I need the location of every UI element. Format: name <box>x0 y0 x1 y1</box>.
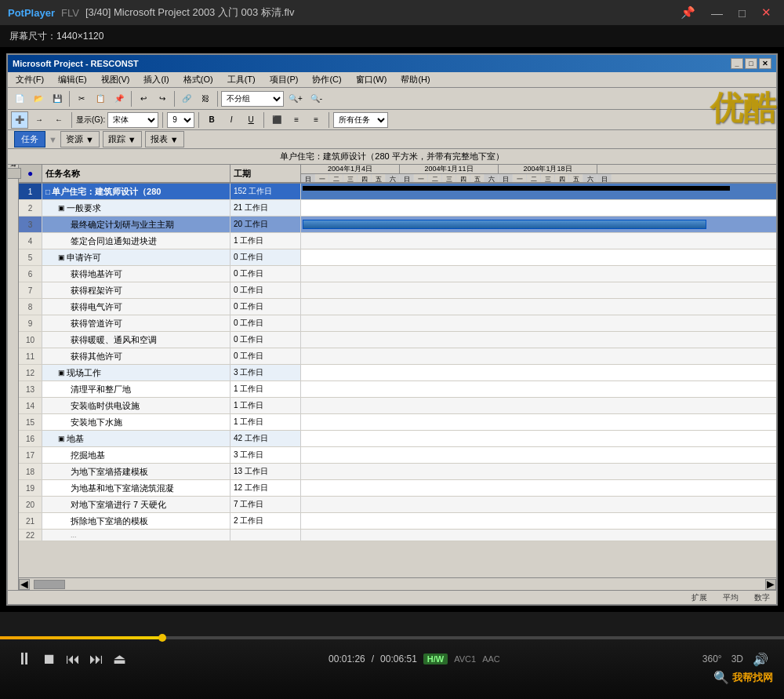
scroll-right-btn[interactable]: ► <box>765 579 776 590</box>
tb2-bold[interactable]: B <box>203 111 220 129</box>
table-row[interactable]: 6 获得地基许可 0 工作日 <box>19 266 776 282</box>
table-row[interactable]: 10 获得暖暖、通风和空调 0 工作日 <box>19 332 776 348</box>
day-mon2: 一 <box>414 174 428 182</box>
scrollbar-track[interactable] <box>30 578 765 591</box>
pause-button[interactable]: ⏸ <box>16 649 33 669</box>
tb-open[interactable]: 📂 <box>30 90 47 107</box>
table-row[interactable]: 2 ▣ 一般要求 21 工作日 <box>19 200 776 217</box>
tb-link[interactable]: 🔗 <box>178 90 195 107</box>
restore-button[interactable]: □ <box>734 5 750 21</box>
date-row-2: 日 一 二 三 四 五 六 日 一 二 三 四 五 <box>301 174 776 182</box>
stop-button[interactable]: ⏹ <box>42 651 56 668</box>
tb-new[interactable]: 📄 <box>11 90 28 107</box>
table-row[interactable]: 14 安装临时供电设施 1 工作日 <box>19 398 776 414</box>
table-row[interactable]: 7 获得程架许可 0 工作日 <box>19 282 776 299</box>
mp-menu-help[interactable]: 帮助(H) <box>396 73 434 86</box>
tb2-font-select[interactable]: 宋体 <box>107 112 158 128</box>
col-duration-header[interactable]: 工期 <box>230 165 301 182</box>
close-button[interactable]: ✕ <box>757 4 776 21</box>
tb-copy[interactable]: 📋 <box>92 90 109 107</box>
tb-group-select[interactable]: 不分组 <box>221 91 284 107</box>
minimize-button[interactable]: — <box>706 5 728 21</box>
tb2-align-left[interactable]: ⬛ <box>268 111 285 129</box>
cell-chart <box>301 398 776 413</box>
volume-button[interactable]: 🔊 <box>753 652 768 667</box>
tb-redo[interactable]: ↪ <box>154 90 171 107</box>
view-report-btn[interactable]: 报表▼ <box>145 131 184 147</box>
table-row[interactable]: 21 拆除地下室墙的模板 2 工作日 <box>19 513 776 530</box>
tb2-underline[interactable]: U <box>242 111 260 129</box>
view-resource-btn[interactable]: 资源▼ <box>60 131 100 147</box>
app-name[interactable]: PotPlayer <box>8 7 55 19</box>
table-row[interactable]: 13 清理平和整厂地 1 工作日 <box>19 381 776 398</box>
mp-menu-project[interactable]: 项目(P) <box>265 73 303 86</box>
table-row[interactable]: 12 ▣ 现场工作 3 工作日 <box>19 365 776 381</box>
tb2-italic[interactable]: I <box>223 111 240 129</box>
tb2-align-right[interactable]: ≡ <box>307 111 325 129</box>
mp-menu-edit[interactable]: 编辑(E) <box>53 73 92 86</box>
mp-minimize-btn[interactable]: _ <box>731 58 743 69</box>
day-sun3: 日 <box>499 174 513 182</box>
tb-cut[interactable]: ✂ <box>73 90 90 107</box>
cell-name: 获得其他许可 <box>42 348 230 364</box>
view-track-btn[interactable]: 跟踪▼ <box>103 131 142 147</box>
table-row[interactable]: 8 获得电气许可 0 工作日 <box>19 299 776 315</box>
mp-content-area: 任务 ● 任务名称 工期 <box>8 165 776 590</box>
table-row[interactable]: 15 安装地下水施 1 工作日 <box>19 414 776 431</box>
table-row[interactable]: 11 获得其他许可 0 工作日 <box>19 348 776 365</box>
tb2-filter-select[interactable]: 所有任务 <box>333 112 388 128</box>
mp-info-bar: 单户住宅：建筑师设计（280 平方米，并带有完整地下室） <box>8 149 776 165</box>
tb2-indent[interactable]: → <box>31 111 48 129</box>
tb2-outdent[interactable]: ← <box>50 111 67 129</box>
tb-paste[interactable]: 📌 <box>111 90 128 107</box>
mp-close-btn[interactable]: ✕ <box>759 58 771 69</box>
eject-button[interactable]: ⏏ <box>113 650 126 668</box>
table-row[interactable]: 22 ... <box>19 530 776 541</box>
mp-h-scrollbar[interactable]: ◄ ► <box>19 577 776 590</box>
project-info-text: 单户住宅：建筑师设计（280 平方米，并带有完整地下室） <box>280 151 503 162</box>
table-row[interactable]: 20 对地下室墙进行 7 天硬化 7 工作日 <box>19 497 776 513</box>
pin-button[interactable]: 📌 <box>676 4 700 21</box>
mp-menu-format[interactable]: 格式(O) <box>179 73 218 86</box>
tb-zoom-in[interactable]: 🔍+ <box>285 90 306 107</box>
next-button[interactable]: ⏭ <box>89 651 103 668</box>
tb2-align-center[interactable]: ≡ <box>288 111 305 129</box>
mp-menu-view[interactable]: 视图(V) <box>96 73 135 86</box>
cell-chart <box>301 282 776 298</box>
day-sat1: 六 <box>386 174 400 182</box>
tb-zoom-out[interactable]: 🔍- <box>307 90 325 107</box>
table-row[interactable]: 5 ▣ 申请许可 0 工作日 <box>19 249 776 266</box>
table-row[interactable]: 18 为地下室墙搭建模板 13 工作日 <box>19 464 776 480</box>
tb2-size-select[interactable]: 9 <box>167 112 194 128</box>
date-3: 2004年1月18日 <box>499 165 597 173</box>
progress-handle[interactable] <box>158 634 166 642</box>
mp-view-toolbar: 任务 ▼ 资源▼ 跟踪▼ 报表▼ <box>8 130 776 149</box>
tb-unlink[interactable]: ⛓ <box>197 90 214 107</box>
tb-undo[interactable]: ↩ <box>135 90 152 107</box>
scrollbar-thumb[interactable] <box>34 580 65 589</box>
table-row[interactable]: 1 □ 单户住宅：建筑师设计（280 152 工作日 <box>19 184 776 200</box>
view-task-btn[interactable]: 任务 <box>14 131 45 147</box>
mp-menu-file[interactable]: 文件(F) <box>11 73 49 86</box>
table-row[interactable]: 9 获得管道许可 0 工作日 <box>19 315 776 332</box>
progress-bar[interactable] <box>0 636 784 639</box>
mp-menu-insert[interactable]: 插入(I) <box>139 73 173 86</box>
cell-duration: 13 工作日 <box>230 464 301 479</box>
table-row[interactable]: 19 为地基和地下室墙浇筑混凝 12 工作日 <box>19 480 776 497</box>
mp-menu-collab[interactable]: 协作(C) <box>307 73 346 86</box>
mp-restore-btn[interactable]: □ <box>745 58 757 69</box>
col-name-header[interactable]: 任务名称 <box>42 165 230 182</box>
tb-save[interactable]: 💾 <box>49 90 66 107</box>
day-thu2: 四 <box>456 174 470 182</box>
table-row[interactable]: 17 挖掘地基 3 工作日 <box>19 447 776 464</box>
tb2-task-add[interactable]: ➕ <box>11 111 28 129</box>
sidebar-tab[interactable]: 任务 <box>8 168 21 179</box>
mp-menu-tools[interactable]: 工具(T) <box>223 73 260 86</box>
scroll-left-btn[interactable]: ◄ <box>19 579 30 590</box>
mp-menu-window[interactable]: 窗口(W) <box>351 73 392 86</box>
table-row[interactable]: 4 签定合同迫通知进块进 1 工作日 <box>19 233 776 249</box>
table-row[interactable]: 16 ▣ 地基 42 工作日 <box>19 431 776 447</box>
status-average: 平均 <box>723 592 739 603</box>
prev-button[interactable]: ⏮ <box>66 651 80 668</box>
table-row[interactable]: 3 最终确定计划研与业主主期 20 工作日 <box>19 217 776 233</box>
